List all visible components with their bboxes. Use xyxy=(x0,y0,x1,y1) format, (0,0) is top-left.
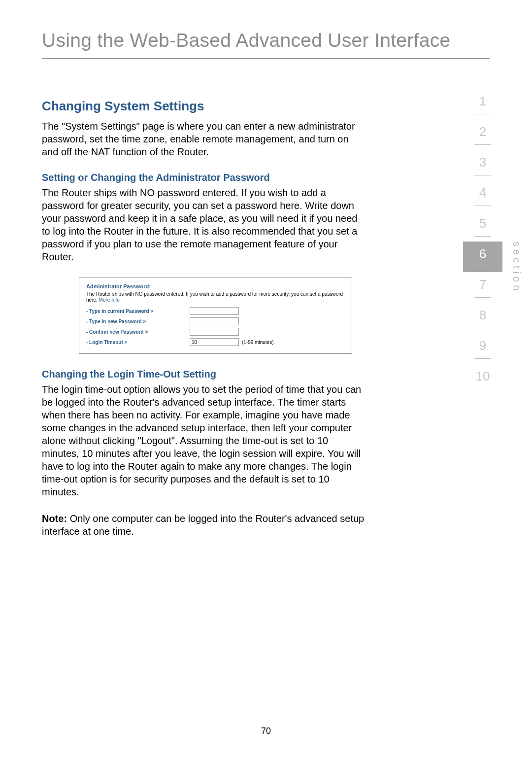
section-nav-3[interactable]: 3 xyxy=(463,150,502,180)
section-label-vertical: section xyxy=(511,242,522,293)
more-info-link[interactable]: More Info xyxy=(99,297,120,303)
body-text-admin-password: The Router ships with NO password entere… xyxy=(42,186,367,263)
admin-password-desc-text: The Router ships with NO password entere… xyxy=(86,291,343,303)
section-nav-6[interactable]: 6 xyxy=(463,242,502,272)
note-label: Note: xyxy=(42,513,67,524)
section-title-admin-password: Setting or Changing the Administrator Pa… xyxy=(42,172,367,183)
admin-password-screenshot: Administrator Password: The Router ships… xyxy=(79,277,352,354)
note-body: Only one computer can be logged into the… xyxy=(42,513,364,537)
section-title-system-settings: Changing System Settings xyxy=(42,99,367,114)
page-header: Using the Web-Based Advanced User Interf… xyxy=(42,30,490,59)
body-text-login-timeout: The login time-out option allows you to … xyxy=(42,383,367,498)
confirm-password-input[interactable] xyxy=(190,328,239,336)
note-text: Note: Only one computer can be logged in… xyxy=(42,512,367,538)
body-text-system-settings: The "System Settings" page is where you … xyxy=(42,120,367,158)
section-nav-9[interactable]: 9 xyxy=(463,333,502,364)
admin-password-description: The Router ships with NO password entere… xyxy=(86,291,345,303)
new-password-label: - Type in new Password > xyxy=(86,319,190,324)
section-nav-7[interactable]: 7 xyxy=(463,272,502,303)
section-nav-1[interactable]: 1 xyxy=(463,89,502,119)
login-timeout-input[interactable] xyxy=(190,338,239,346)
main-content: Changing System Settings The "System Set… xyxy=(42,99,367,538)
section-nav-4[interactable]: 4 xyxy=(463,180,502,211)
admin-password-heading: Administrator Password: xyxy=(86,283,345,289)
section-nav-10[interactable]: 10 xyxy=(463,364,502,389)
section-nav-8[interactable]: 8 xyxy=(463,303,502,333)
page-number: 70 xyxy=(0,726,532,736)
section-nav-2[interactable]: 2 xyxy=(463,119,502,150)
new-password-input[interactable] xyxy=(190,317,239,325)
current-password-row: - Type in current Password > xyxy=(86,307,345,315)
confirm-password-row: - Confirm new Password > xyxy=(86,328,345,336)
confirm-password-label: - Confirm new Password > xyxy=(86,329,190,335)
current-password-label: - Type in current Password > xyxy=(86,309,190,314)
section-nav: 1 2 3 4 5 6 7 8 9 10 xyxy=(463,89,502,389)
section-title-login-timeout: Changing the Login Time-Out Setting xyxy=(42,369,367,380)
login-timeout-suffix: (1-99 minutes) xyxy=(242,340,273,345)
login-timeout-label: - Login Timeout > xyxy=(86,340,190,345)
current-password-input[interactable] xyxy=(190,307,239,315)
new-password-row: - Type in new Password > xyxy=(86,317,345,325)
login-timeout-row: - Login Timeout > (1-99 minutes) xyxy=(86,338,345,346)
section-nav-5[interactable]: 5 xyxy=(463,211,502,242)
